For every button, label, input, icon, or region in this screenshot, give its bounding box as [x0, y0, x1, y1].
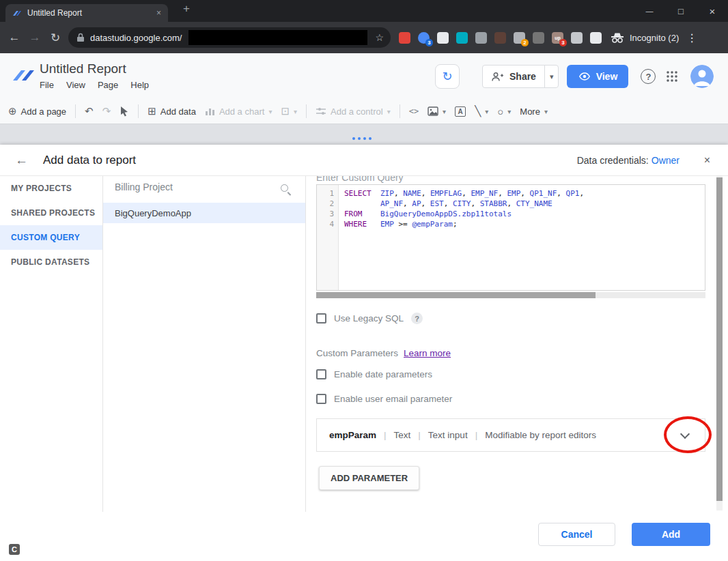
browser-menu-icon[interactable]: ⋮ [682, 31, 702, 44]
sidebar-item-custom-query[interactable]: CUSTOM QUERY [0, 225, 102, 250]
dialog-vertical-scrollbar[interactable] [716, 176, 723, 510]
new-tab-button[interactable]: + [178, 2, 195, 16]
report-title[interactable]: Untitled Report [40, 61, 149, 76]
view-button[interactable]: View [567, 65, 628, 88]
add-data-button[interactable]: ⊞ Add data [148, 105, 196, 117]
incognito-badge[interactable]: Incognito (2) [610, 32, 679, 43]
avatar[interactable] [690, 65, 714, 88]
share-person-icon [491, 72, 504, 82]
pen-extension-icon[interactable] [533, 32, 544, 44]
shape-tool-button[interactable]: ○ ▾ [497, 106, 511, 117]
parameter-expand-chevron-icon[interactable] [680, 429, 690, 439]
editor-horizontal-scrollbar[interactable] [316, 292, 705, 298]
parameter-permission: Modifiable by report editors [485, 430, 596, 440]
profile-extension-icon[interactable]: 3 [418, 32, 430, 44]
shield-extension-icon[interactable] [456, 32, 468, 44]
browser-titlebar: Untitled Report × + — □ × [0, 0, 728, 22]
share-dropdown-icon[interactable]: ▾ [544, 66, 559, 87]
parameter-input-type: Text input [428, 430, 468, 440]
legacy-sql-help-icon[interactable]: ? [411, 313, 423, 324]
menu-help[interactable]: Help [130, 80, 149, 90]
window-maximize-button[interactable]: □ [665, 0, 697, 22]
terminal-extension-icon[interactable] [494, 32, 506, 44]
date-parameters-checkbox[interactable] [316, 369, 326, 379]
gear-extension-icon[interactable]: 2 [514, 32, 525, 44]
undo-icon: ↶ [85, 105, 94, 117]
parameter-row[interactable]: empParam | Text | Text input | Modifiabl… [316, 418, 705, 452]
refresh-icon: ↻ [442, 69, 452, 84]
text-tool-button[interactable]: A [455, 106, 466, 117]
dialog-title: Add data to report [43, 154, 136, 167]
window-close-button[interactable]: × [697, 0, 728, 22]
sidebar-item-shared-projects[interactable]: SHARED PROJECTS [0, 201, 102, 225]
code-line: WHERE EMP >= @empParam; [344, 219, 584, 229]
project-list-item[interactable]: BigQueryDemoApp [103, 203, 305, 223]
learn-more-link[interactable]: Learn more [404, 348, 451, 358]
more-button[interactable]: More ▾ [520, 106, 548, 117]
grid-extension-icon[interactable] [475, 32, 487, 44]
image-tool-button[interactable]: ▾ [428, 106, 446, 116]
code-line: SELECT ZIP, NAME, EMPFLAG, EMP_NF, EMP, … [344, 188, 584, 199]
line-number: 2 [317, 199, 334, 209]
separator: | [418, 430, 421, 440]
cursor-icon [120, 106, 129, 117]
add-button[interactable]: Add [632, 523, 710, 546]
sidebar-item-my-projects[interactable]: MY PROJECTS [0, 176, 102, 201]
email-parameter-checkbox[interactable] [316, 394, 326, 404]
help-icon[interactable]: ? [641, 69, 656, 84]
editor-code[interactable]: SELECT ZIP, NAME, EMPFLAG, EMP_NF, EMP, … [339, 185, 584, 290]
add-control-button[interactable]: Add a control ▾ [316, 106, 391, 117]
eye-icon [578, 72, 591, 81]
community-viz-button[interactable]: ⊡ ▾ [281, 105, 297, 117]
scrollbar-thumb[interactable] [316, 292, 596, 298]
browser-tab[interactable]: Untitled Report × [5, 4, 168, 22]
bookmark-star-icon[interactable]: ☆ [375, 32, 384, 43]
menu-view[interactable]: View [66, 80, 85, 90]
share-label: Share [509, 71, 536, 82]
embed-button[interactable]: <> [409, 106, 419, 116]
apps-grid-icon[interactable] [665, 70, 679, 83]
menu-file[interactable]: File [40, 80, 54, 90]
forward-button[interactable]: → [25, 31, 45, 44]
redo-button[interactable]: ↷ [102, 105, 111, 117]
separator: | [384, 430, 387, 440]
reading-list-extension-icon[interactable] [590, 32, 602, 44]
red-extension-icon[interactable] [399, 32, 410, 44]
line-tool-button[interactable]: ╲ ▾ [475, 105, 488, 117]
cancel-button[interactable]: Cancel [538, 523, 615, 546]
data-studio-logo-icon [11, 64, 36, 90]
window-minimize-button[interactable]: — [634, 0, 665, 22]
dialog-body: MY PROJECTS SHARED PROJECTS CUSTOM QUERY… [0, 176, 728, 512]
up-extension-icon[interactable]: up3 [552, 32, 563, 44]
refresh-data-button[interactable]: ↻ [435, 64, 460, 89]
credentials-owner-link[interactable]: Owner [652, 155, 680, 166]
add-chart-button[interactable]: Add a chart ▾ [205, 106, 272, 117]
tab-close-icon[interactable]: × [156, 8, 161, 18]
tab-favicon-icon [12, 8, 22, 18]
photos-extension-icon[interactable] [437, 32, 449, 44]
add-control-dropdown-icon: ▾ [387, 108, 391, 115]
dialog-close-icon[interactable]: × [704, 154, 710, 167]
sql-editor[interactable]: 1234 SELECT ZIP, NAME, EMPFLAG, EMP_NF, … [316, 184, 705, 291]
back-button[interactable]: ← [4, 31, 25, 44]
separator: | [475, 430, 478, 440]
select-cursor-button[interactable] [120, 106, 129, 117]
puzzle-extension-icon[interactable] [571, 32, 583, 44]
menu-page[interactable]: Page [98, 80, 118, 90]
address-bar[interactable]: datastudio.google.com/ ☆ [68, 27, 391, 48]
undo-button[interactable]: ↶ [85, 105, 94, 117]
share-button[interactable]: Share ▾ [482, 65, 559, 88]
sidebar-item-public-datasets[interactable]: PUBLIC DATASETS [0, 250, 102, 274]
scrollbar-thumb[interactable] [716, 177, 723, 501]
dialog-back-icon[interactable]: ← [15, 153, 28, 168]
add-parameter-button[interactable]: ADD PARAMETER [319, 466, 419, 490]
parameter-name: empParam [329, 430, 376, 440]
page-drag-handle[interactable] [352, 137, 372, 140]
reload-button[interactable]: ↻ [45, 31, 66, 45]
embed-icon: <> [409, 106, 419, 116]
add-page-button[interactable]: ⊕ Add a page [8, 105, 66, 117]
legacy-sql-checkbox[interactable] [316, 313, 326, 323]
custom-query-label: Enter Custom Query [316, 176, 404, 183]
data-credentials: Data credentials:Owner [577, 155, 680, 166]
search-icon[interactable] [280, 184, 292, 195]
